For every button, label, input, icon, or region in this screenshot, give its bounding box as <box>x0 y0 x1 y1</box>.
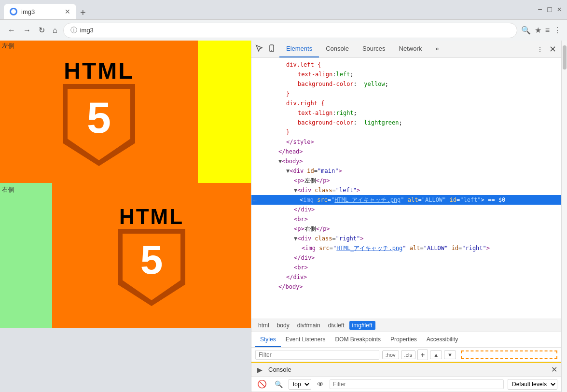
console-header: ▶ Console ✕ <box>251 363 561 377</box>
code-line-10: </head> <box>251 147 561 156</box>
filter-buttons: :hov .cls + ▲ ▼ <box>382 350 456 360</box>
console-expand-button[interactable]: ▶ <box>255 364 264 376</box>
devtools-actions: ⋮ ✕ <box>535 43 561 56</box>
breadcrumb-divmain[interactable]: div#main <box>294 321 323 330</box>
maximize-button[interactable]: □ <box>546 6 553 14</box>
right-scrollbar[interactable] <box>561 41 567 392</box>
code-line-13: <p>左側</p> <box>251 176 561 185</box>
devtools-scroll-area <box>251 42 279 56</box>
bottom-panel-tabs: Styles Event Listeners DOM Breakpoints P… <box>251 332 561 348</box>
shield-number-top: 5 <box>87 96 111 140</box>
html5-logo-top: HTML 5 <box>63 57 135 166</box>
tab-dom-breakpoints[interactable]: DOM Breakpoints <box>330 332 386 347</box>
elements-area: div.left { text-align:left; background-c… <box>251 58 561 392</box>
devtools-close-button[interactable]: ✕ <box>546 43 559 56</box>
html5-text-bottom: HTML <box>119 205 184 229</box>
page-top-section: HTML 5 <box>0 41 251 183</box>
tab-favicon <box>10 8 17 15</box>
webpage-wrapper: 左側 HTML 5 右側 <box>0 41 251 392</box>
code-line-4: } <box>251 89 561 98</box>
top-orange-area: HTML 5 <box>0 41 198 183</box>
code-line-6: text-align:right; <box>251 108 561 118</box>
code-line-12: ▼<div id="main"> <box>251 166 561 176</box>
style-up-button[interactable]: ▲ <box>430 350 442 359</box>
tab-elements[interactable]: Elements <box>279 41 319 57</box>
address-bar-input[interactable]: ⓘ img3 <box>63 23 517 38</box>
search-icon[interactable]: 🔍 <box>521 26 531 35</box>
code-line-3: background-color: yellow; <box>251 79 561 89</box>
minimize-button[interactable]: − <box>536 6 544 14</box>
code-line-5: div.right { <box>251 98 561 108</box>
devtools-tabs: Elements Console Sources Network » <box>279 41 535 57</box>
bookmark-icon[interactable]: ★ <box>535 26 541 35</box>
tab-console[interactable]: Console <box>319 41 356 57</box>
tab-accessibility[interactable]: Accessibility <box>422 332 463 347</box>
filter-input[interactable] <box>255 350 379 360</box>
devtools-cursor-icon[interactable] <box>253 42 265 56</box>
code-line-8: } <box>251 127 561 137</box>
shield-number-bottom: 5 <box>140 239 163 280</box>
console-context-select[interactable]: top <box>289 379 311 390</box>
devtools-mobile-icon[interactable] <box>266 42 277 56</box>
code-line-9: </style> <box>251 137 561 147</box>
breadcrumb-html[interactable]: html <box>255 321 272 330</box>
tab-event-listeners[interactable]: Event Listeners <box>281 332 331 347</box>
label-left-bottom: 右側 <box>2 185 14 194</box>
info-icon: ⓘ <box>70 26 77 35</box>
console-filter-input[interactable] <box>330 379 504 389</box>
add-style-button[interactable]: + <box>417 350 428 360</box>
top-yellow-area <box>198 41 251 183</box>
new-tab-button[interactable]: + <box>78 6 88 19</box>
refresh-button[interactable]: ↻ <box>37 24 47 37</box>
tab-network[interactable]: Network <box>392 41 429 57</box>
svg-rect-0 <box>270 45 274 52</box>
breadcrumb-imgleft[interactable]: img#left <box>349 321 375 330</box>
code-line-20: <img src="HTML_アイキャッチ.png" alt="ALLOW" i… <box>251 243 561 253</box>
code-line-21: </div> <box>251 253 561 263</box>
tab-close-button[interactable]: ✕ <box>65 8 70 15</box>
code-line-1: div.left { <box>251 60 561 70</box>
shield-bottom: 5 <box>118 229 185 306</box>
close-button[interactable]: × <box>555 6 563 14</box>
favicon-inner <box>11 9 16 14</box>
browser-window: img3 ✕ + − □ × ← → ↻ ⌂ ⓘ img3 🔍 ★ ≡ ⋮ <box>0 0 567 392</box>
bottom-orange-area: HTML 5 <box>52 183 251 328</box>
tab-properties[interactable]: Properties <box>386 332 422 347</box>
breadcrumb-divleft[interactable]: div.left <box>325 321 347 330</box>
console-eye-icon[interactable]: 👁 <box>315 378 326 390</box>
home-button[interactable]: ⌂ <box>51 24 59 37</box>
console-toolbar: 🚫 🔍 top 👁 Default levels <box>251 377 561 392</box>
back-button[interactable]: ← <box>6 24 17 37</box>
forward-button[interactable]: → <box>21 24 33 37</box>
console-filter-icon[interactable]: 🔍 <box>273 378 285 390</box>
tab-sources[interactable]: Sources <box>356 41 392 57</box>
tab-styles[interactable]: Styles <box>255 332 281 347</box>
address-bar: ← → ↻ ⌂ ⓘ img3 🔍 ★ ≡ ⋮ <box>0 19 567 41</box>
code-line-19: ▼<div class="right"> <box>251 234 561 243</box>
devtools-settings-icon[interactable]: ⋮ <box>535 43 545 56</box>
tab-area: img3 ✕ + <box>4 0 530 19</box>
code-area[interactable]: div.left { text-align:left; background-c… <box>251 58 561 319</box>
scrollbar-thumb[interactable] <box>563 45 567 70</box>
menu-icon[interactable]: ≡ <box>545 26 550 35</box>
breadcrumb-bar: html body div#main div.left img#left <box>251 319 561 332</box>
shield-top: 5 <box>63 84 135 166</box>
cls-button[interactable]: .cls <box>401 350 416 359</box>
code-line-24: </body> <box>251 282 561 292</box>
code-line-11: ▼<body> <box>251 156 561 166</box>
console-levels-select[interactable]: Default levels <box>508 379 557 390</box>
selected-code-line[interactable]: … <img src="HTML_アイキャッチ.png" alt="ALLOW"… <box>251 195 561 205</box>
breadcrumb-body[interactable]: body <box>274 321 292 330</box>
more-icon[interactable]: ⋮ <box>553 26 561 35</box>
main-content: 左側 HTML 5 右側 <box>0 41 567 392</box>
tab-more[interactable]: » <box>429 41 445 57</box>
console-close-button[interactable]: ✕ <box>551 365 557 374</box>
hov-button[interactable]: :hov <box>382 350 399 359</box>
code-line-16: </div> <box>251 205 561 214</box>
style-down-button[interactable]: ▼ <box>444 350 456 359</box>
code-line-17: <br> <box>251 214 561 224</box>
html5-text-top: HTML <box>64 57 134 84</box>
active-tab[interactable]: img3 ✕ <box>4 4 76 19</box>
title-bar: img3 ✕ + − □ × <box>0 0 567 19</box>
console-clear-button[interactable]: 🚫 <box>255 378 269 391</box>
